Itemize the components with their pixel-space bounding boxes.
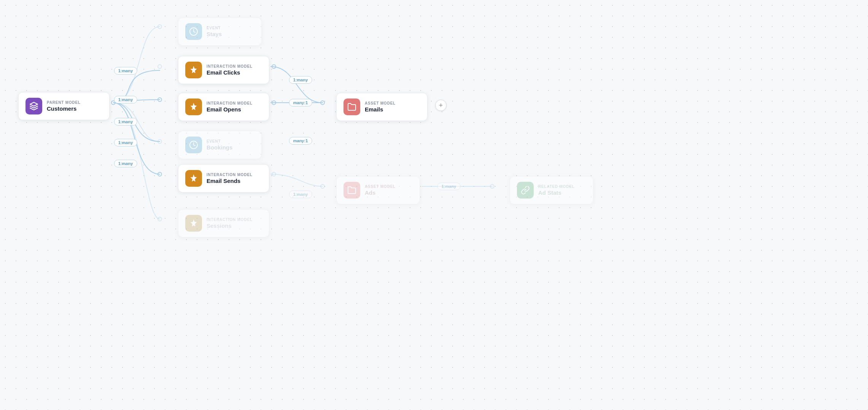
edge-label-1many-adstats: 1:many [437,183,461,190]
svg-point-3 [158,98,162,102]
node-bookings-name: Bookings [207,144,232,151]
node-customers-text: PARENT MODEL Customers [47,100,81,112]
node-ads-type: ASSET MODEL [365,184,396,189]
svg-point-10 [321,101,324,105]
node-sessions-type: INTERACTION MODEL [207,218,253,222]
node-sessions-name: Sessions [207,222,253,229]
node-email-opens-name: Email Opens [207,106,253,113]
node-emails[interactable]: ASSET MODEL Emails [336,93,428,121]
node-email-clicks-icon [185,62,202,78]
edge-label-1many-1: 1:many [114,67,137,75]
node-emails-icon [343,99,360,115]
node-ad-stats[interactable]: RELATED MODEL Ad Stats [510,176,593,204]
node-ad-stats-icon [517,182,534,199]
node-ads-name: Ads [365,189,396,196]
node-stays-type: EVENT [207,26,222,30]
node-email-sends-text: INTERACTION MODEL Email Sends [207,173,253,184]
svg-point-6 [158,217,162,221]
edge-label-many1-2: many:1 [289,137,312,145]
node-stays[interactable]: EVENT Stays [178,17,262,46]
node-sessions-text: INTERACTION MODEL Sessions [207,218,253,229]
svg-point-2 [158,25,162,29]
node-email-opens-icon [185,99,202,115]
node-ads-icon [343,182,360,199]
svg-point-5 [158,172,162,176]
node-bookings-text: EVENT Bookings [207,139,232,151]
edge-label-1many-5: 1:many [114,160,137,167]
node-sessions[interactable]: INTERACTION MODEL Sessions [178,209,269,237]
node-customers-name: Customers [47,105,81,112]
node-email-opens-type: INTERACTION MODEL [207,101,253,105]
node-email-opens-text: INTERACTION MODEL Email Opens [207,101,253,113]
edge-label-many1-1: many:1 [289,99,312,106]
node-emails-name: Emails [365,106,396,113]
node-emails-type: ASSET MODEL [365,101,396,105]
node-bookings[interactable]: EVENT Bookings [178,131,262,159]
node-email-sends-name: Email Sends [207,178,253,184]
node-bookings-type: EVENT [207,139,232,143]
svg-point-11 [321,184,324,188]
edge-label-1many-6: 1:many [289,76,312,84]
node-ad-stats-type: RELATED MODEL [538,184,575,189]
node-email-opens[interactable]: INTERACTION MODEL Email Opens [178,93,269,121]
edge-label-1many-2: 1:many [114,96,137,103]
node-ad-stats-name: Ad Stats [538,189,575,196]
canvas: 1:many 1:many 1:many 1:many 1:many 1:man… [0,0,868,410]
node-sessions-icon [185,215,202,232]
node-email-clicks-text: INTERACTION MODEL Email Clicks [207,64,253,76]
node-customers[interactable]: PARENT MODEL Customers [18,92,110,120]
node-stays-name: Stays [207,31,222,37]
node-ads-text: ASSET MODEL Ads [365,184,396,196]
svg-point-9 [272,172,276,176]
node-emails-text: ASSET MODEL Emails [365,101,396,113]
node-email-clicks[interactable]: INTERACTION MODEL Email Clicks [178,56,269,84]
node-stays-text: EVENT Stays [207,26,222,37]
node-bookings-icon [185,137,202,153]
add-node-button[interactable]: + [435,100,447,111]
node-email-sends-type: INTERACTION MODEL [207,173,253,177]
node-customers-icon [25,98,42,114]
edge-label-1many-ads: 1:many [289,191,312,198]
edge-label-1many-3: 1:many [114,118,137,126]
svg-point-8 [272,101,276,105]
svg-point-7 [272,65,276,68]
node-email-clicks-type: INTERACTION MODEL [207,64,253,68]
connections-svg [0,0,868,410]
svg-point-1 [158,65,162,68]
node-customers-type: PARENT MODEL [47,100,81,105]
node-email-sends[interactable]: INTERACTION MODEL Email Sends [178,164,269,192]
edge-label-1many-4: 1:many [114,139,137,146]
node-ads[interactable]: ASSET MODEL Ads [336,176,420,204]
svg-point-4 [158,140,162,143]
node-email-sends-icon [185,170,202,187]
node-ad-stats-text: RELATED MODEL Ad Stats [538,184,575,196]
svg-point-12 [490,184,494,188]
node-email-clicks-name: Email Clicks [207,69,253,76]
node-stays-icon [185,23,202,40]
